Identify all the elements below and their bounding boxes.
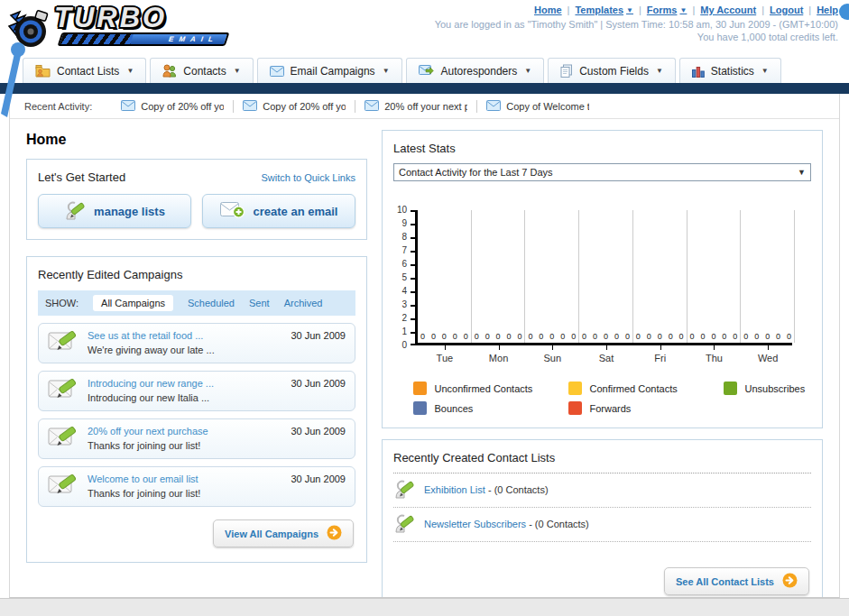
help-bubble-icon[interactable] [839,4,849,20]
top-nav-link[interactable]: Templates▼ [575,5,633,15]
legend-item: Forwards [568,401,724,415]
page-footer-band [0,598,849,616]
top-nav-link-label: Forms [647,5,678,15]
right-column: Latest Stats Contact Activity for the La… [382,130,823,598]
nav-tab-label: Custom Fields [579,65,649,78]
top-header: TURBO EMAIL Home▼ | Templates▼ | Forms▼ … [0,0,849,54]
nav-tab[interactable]: Email Campaigns ▼ [257,58,402,83]
nav-tab[interactable]: Autoresponders ▼ [406,58,545,83]
campaign-card[interactable]: Welcome to our email list Thanks for joi… [38,466,355,507]
top-nav-link[interactable]: Help▼ [817,5,838,15]
campaign-card[interactable]: 20% off your next purchase Thanks for jo… [38,418,355,459]
value-label: 0 [560,332,565,341]
nav-tab[interactable]: Contact Lists ▼ [23,58,146,83]
recent-activity-item-label: Copy of Welcome to [506,101,589,112]
switch-quick-links[interactable]: Switch to Quick Links [261,172,355,183]
view-all-campaigns-button[interactable]: View All Campaigns [213,519,354,547]
campaign-subtitle: Introducing our new Italia ... [88,392,209,403]
campaign-filter[interactable]: All Campaigns [93,295,173,311]
recent-activity-bar: Recent Activity: Copy of 20% off yo Copy… [10,94,839,119]
chevron-down-icon: ▼ [234,67,241,75]
stats-chart-xaxis: TueMonSunSatFriThuWed [418,345,795,369]
nav-tab[interactable]: Statistics ▼ [679,58,781,83]
campaign-filters: All Campaigns Scheduled Sent Archived [93,295,322,311]
campaign-title-link[interactable]: Introducing our new range ... [88,378,281,389]
login-info: You are logged in as "Timothy Smith" | S… [435,19,838,30]
stats-period-select[interactable]: Contact Activity for the Last 7 Days ▼ [393,163,811,181]
campaign-title-link[interactable]: See us at the retail food ... [88,330,281,341]
show-label: SHOW: [45,298,78,308]
nav-tab[interactable]: Custom Fields ▼ [548,58,676,83]
value-label: 0 [658,332,662,341]
get-started-panel: Let's Get Started Switch to Quick Links … [26,159,367,240]
top-nav-link[interactable]: My Account▼ [700,5,756,15]
campaign-title-link[interactable]: Welcome to our email list [88,473,281,484]
logo-title: TURBO [54,5,227,32]
x-tick-label: Thu [706,353,723,363]
nav-tab-icon [162,64,177,78]
gridline [687,210,688,343]
y-tick-label: 10 [397,206,407,215]
x-tick-mark [499,345,500,350]
recent-activity-item-label: Copy of 20% off yo [263,101,346,112]
envelope-icon [365,100,379,113]
logo-stripes [60,34,134,44]
nav-tab-icon [35,64,51,78]
envelope-pencil-icon [48,377,78,405]
recent-activity-item[interactable]: 20% off your next p [355,100,477,113]
campaign-card[interactable]: See us at the retail food ... We're givi… [38,323,355,363]
credits-info: You have 1,000 total credits left. [435,32,838,42]
value-label: 0 [549,332,554,341]
legend-swatch [724,382,737,395]
campaign-filter[interactable]: Sent [249,298,270,308]
campaign-date: 30 Jun 2009 [291,425,346,437]
app-logo[interactable]: TURBO EMAIL [7,3,233,53]
x-tick-mark [445,345,446,350]
contact-list-item[interactable]: Newsletter Subscribers - (0 Contacts) [393,508,811,542]
contact-list-count: - (0 Contacts) [526,519,589,529]
gridline [740,210,741,343]
recent-activity-item[interactable]: Copy of Welcome to [477,100,598,113]
nav-tab[interactable]: Contacts ▼ [150,58,253,83]
campaign-card[interactable]: Introducing our new range ... Introducin… [38,371,355,411]
campaign-filter[interactable]: Scheduled [188,298,235,308]
legend-item: Confirmed Contacts [568,382,724,395]
recent-activity-item[interactable]: Copy of 20% off yo [234,100,355,113]
campaign-subtitle: Thanks for joining our list! [88,488,200,499]
contact-list-link[interactable]: Exhibition List [424,484,485,495]
value-label: 0 [765,332,770,341]
top-nav-link[interactable]: Logout▼ [770,5,803,15]
page-title: Home [26,132,367,148]
top-nav-link-label: Templates [575,5,623,15]
top-nav-link[interactable]: Forms▼ [647,5,688,15]
value-label: 0 [636,332,641,341]
x-tick-mark [660,345,661,350]
top-nav-link[interactable]: Home▼ [534,5,562,15]
envelope-pencil-icon [48,329,78,357]
campaign-filter[interactable]: Archived [284,298,323,308]
chevron-down-icon: ▼ [761,67,769,75]
see-all-contact-lists-button[interactable]: See All Contact Lists [664,567,809,595]
top-nav-link-label: Logout [770,5,803,15]
contact-list-item[interactable]: Exhibition List - (0 Contacts) [393,473,811,508]
create-email-button[interactable]: create an email [202,194,355,228]
manage-lists-label: manage lists [94,205,165,218]
campaign-title-link[interactable]: 20% off your next purchase [88,426,281,437]
value-label: 0 [733,332,737,341]
value-label: 0 [539,332,543,341]
contact-list-link[interactable]: Newsletter Subscribers [424,519,526,529]
person-pencil-icon [393,512,415,536]
value-label: 0 [475,332,479,341]
campaign-list: See us at the retail food ... We're givi… [38,323,355,507]
chevron-down-icon: ▼ [626,6,633,14]
campaign-subtitle: We're giving away our late ... [88,345,215,355]
recent-activity-item-label: Copy of 20% off yo [141,101,224,112]
recent-activity-item[interactable]: Copy of 20% off yo [112,100,234,113]
latest-stats-title: Latest Stats [393,142,811,155]
callout-pointer-decoration [0,41,27,119]
y-tick-label: 8 [401,233,407,242]
manage-lists-button[interactable]: manage lists [38,194,191,228]
campaign-date: 30 Jun 2009 [291,329,346,341]
campaign-subtitle: Thanks for joining our list! [88,440,200,451]
envelope-plus-icon [220,201,245,221]
